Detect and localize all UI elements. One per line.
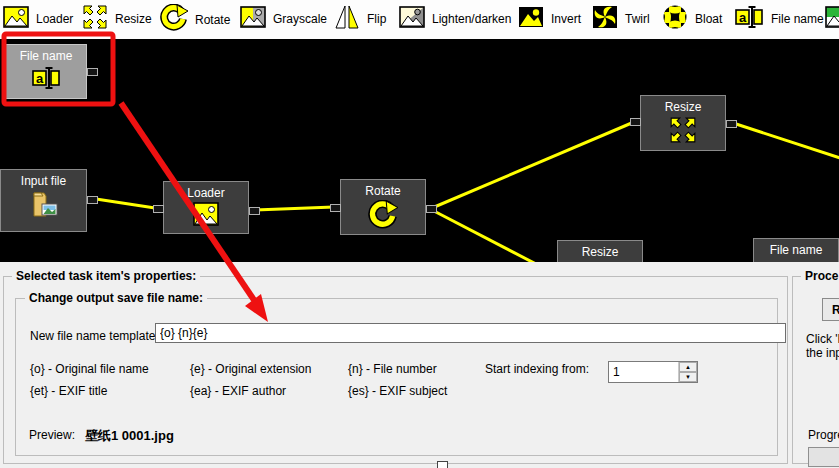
node-output-connector[interactable] — [249, 207, 260, 215]
file-name-icon: a — [6, 65, 86, 91]
token-es-label: {es} - EXIF subject — [348, 384, 447, 398]
lighten-darken-icon — [399, 4, 425, 34]
toolbar-label: Lighten/darken — [432, 12, 511, 26]
node-label: Rotate — [341, 184, 425, 198]
run-button[interactable]: R — [822, 298, 839, 321]
toolbar-item-lighten-darken[interactable]: Lighten/darken — [399, 4, 511, 34]
file-name-icon: a — [734, 4, 764, 34]
node-resize-bottom[interactable]: Resize — [557, 240, 643, 262]
node-output-connector[interactable] — [426, 205, 437, 213]
toolbar-label: Twirl — [625, 12, 650, 26]
saver-icon — [825, 4, 839, 34]
resize-icon — [641, 116, 725, 144]
toolbar-item-invert[interactable]: Invert — [518, 4, 581, 34]
toolbar-item-twirl[interactable]: Twirl — [592, 4, 650, 34]
token-ea-label: {ea} - EXIF author — [190, 384, 286, 398]
rotate-icon — [341, 200, 425, 230]
toolbar-label: Loader — [36, 12, 73, 26]
node-file-name-bottom[interactable]: File name — [753, 238, 839, 262]
token-n-label: {n} - File number — [348, 362, 437, 376]
node-output-connector[interactable] — [87, 196, 98, 204]
svg-text:a: a — [36, 71, 44, 86]
subgroup-title: Change output save file name: — [25, 291, 207, 305]
spinner-buttons: ▲ ▼ — [678, 362, 697, 382]
processing-hint-line2: the inp — [806, 346, 839, 360]
node-label: Resize — [641, 100, 725, 114]
toolbar-label: Invert — [551, 12, 581, 26]
task-graph-canvas[interactable]: File name a Input file Loader — [0, 39, 839, 262]
template-label: New file name template: — [30, 329, 159, 343]
node-rotate[interactable]: Rotate — [340, 179, 426, 235]
toolbar-label: Grayscale — [273, 12, 327, 26]
start-indexing-spinner[interactable]: ▲ ▼ — [608, 361, 698, 383]
resize-icon — [82, 4, 108, 34]
app-window: Loader Resize Rotate — [0, 0, 839, 468]
node-label: Loader — [164, 186, 248, 200]
node-loader[interactable]: Loader — [163, 181, 249, 234]
processing-group-title: Proce — [801, 269, 839, 283]
toolbar-label: Bloat — [695, 12, 722, 26]
toolbar-label: Flip — [367, 12, 386, 26]
spinner-down-button[interactable]: ▼ — [679, 372, 697, 382]
twirl-icon — [592, 4, 618, 34]
properties-panel: Selected task item's properties: Change … — [0, 262, 839, 468]
toolbar-item-loader[interactable]: Loader — [3, 4, 73, 34]
node-input-file[interactable]: Input file — [0, 169, 87, 232]
start-indexing-input[interactable] — [609, 362, 678, 382]
node-label: Input file — [1, 174, 86, 188]
splitter-grip[interactable] — [437, 461, 448, 468]
toolbar-item-resize[interactable]: Resize — [82, 4, 152, 34]
toolbar-item-rotate[interactable]: Rotate — [160, 4, 230, 36]
node-label: File name — [6, 49, 86, 63]
spinner-up-button[interactable]: ▲ — [679, 362, 697, 372]
task-toolbar: Loader Resize Rotate — [0, 0, 839, 39]
toolbar-label: File name — [771, 12, 824, 26]
bloat-icon — [662, 4, 688, 34]
group-title: Selected task item's properties: — [12, 269, 200, 283]
node-output-connector[interactable] — [726, 120, 737, 128]
node-label: Resize — [558, 245, 642, 259]
toolbar-label: Rotate — [195, 13, 230, 27]
node-output-connector[interactable] — [87, 68, 98, 76]
node-resize-top[interactable]: Resize — [640, 95, 726, 151]
toolbar-item-bloat[interactable]: Bloat — [662, 4, 722, 34]
toolbar-item-grayscale[interactable]: Grayscale — [240, 4, 327, 34]
grayscale-icon — [240, 4, 266, 34]
node-file-name-selected[interactable]: File name a — [5, 44, 87, 99]
token-et-label: {et} - EXIF title — [30, 384, 107, 398]
node-label: File name — [754, 243, 838, 257]
flip-icon — [334, 4, 360, 34]
folder-image-icon — [1, 190, 86, 220]
new-file-name-template-input[interactable] — [155, 323, 786, 343]
preview-label: Preview: — [29, 428, 75, 442]
toolbar-item-file-name[interactable]: a File name — [734, 4, 824, 34]
node-input-connector[interactable] — [630, 118, 641, 126]
toolbar-item-flip[interactable]: Flip — [334, 4, 386, 34]
node-input-connector[interactable] — [153, 205, 164, 213]
toolbar-label: Resize — [115, 12, 152, 26]
token-o-label: {o} - Original file name — [30, 362, 149, 376]
loader-icon — [164, 202, 248, 228]
progress-bar — [808, 447, 839, 467]
token-e-label: {e} - Original extension — [190, 362, 311, 376]
node-input-connector[interactable] — [330, 204, 341, 212]
start-indexing-label: Start indexing from: — [485, 362, 589, 376]
progress-label: Progre — [808, 428, 839, 442]
processing-hint-line1: Click 'R — [806, 332, 839, 346]
svg-text:a: a — [739, 10, 747, 25]
invert-icon — [518, 4, 544, 34]
rotate-icon — [160, 4, 188, 36]
preview-value: 壁纸1 0001.jpg — [85, 427, 174, 445]
loader-icon — [3, 4, 29, 34]
toolbar-item-saver-partial[interactable] — [825, 4, 839, 34]
